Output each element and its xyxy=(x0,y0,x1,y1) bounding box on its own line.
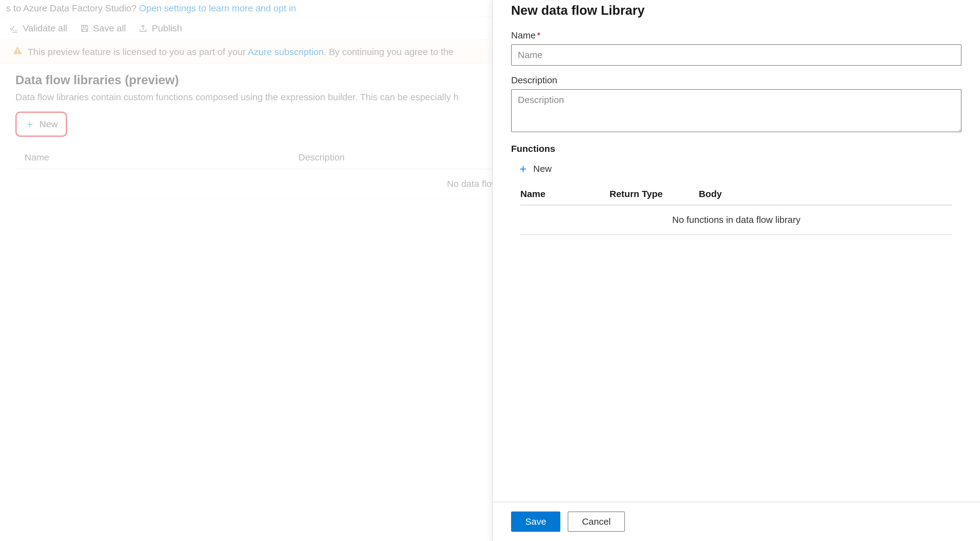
description-input[interactable] xyxy=(511,89,961,132)
name-input[interactable] xyxy=(511,44,961,66)
required-indicator: * xyxy=(537,30,541,40)
name-field: Name* xyxy=(511,30,961,66)
fcol-header-return: Return Type xyxy=(609,189,699,199)
publish-button[interactable]: Publish xyxy=(138,23,182,33)
opt-in-banner-text: s to Azure Data Factory Studio? xyxy=(6,3,139,13)
functions-table: Name Return Type Body No functions in da… xyxy=(511,183,961,235)
new-library-label: New xyxy=(40,119,58,129)
col-header-name: Name xyxy=(15,152,299,163)
cancel-button[interactable]: Cancel xyxy=(568,511,625,532)
fcol-header-body: Body xyxy=(699,189,952,199)
preview-notice-suffix: . By continuing you agree to the xyxy=(324,47,453,57)
fcol-header-name: Name xyxy=(520,189,609,199)
add-function-button[interactable]: ＋ New xyxy=(511,158,558,179)
add-function-label: New xyxy=(533,163,552,174)
plus-icon: ＋ xyxy=(25,117,35,131)
upload-icon xyxy=(138,23,148,33)
opt-in-link[interactable]: Open settings to learn more and opt in xyxy=(139,3,296,13)
save-button[interactable]: Save xyxy=(511,511,560,532)
svg-rect-1 xyxy=(17,52,18,54)
description-field: Description xyxy=(511,75,961,134)
publish-label: Publish xyxy=(152,23,182,33)
functions-label: Functions xyxy=(511,144,961,154)
name-label: Name* xyxy=(511,30,961,41)
new-library-panel: New data flow Library Name* Description … xyxy=(492,0,980,541)
azure-subscription-link[interactable]: Azure subscription xyxy=(248,47,324,57)
preview-notice-prefix: This preview feature is licensed to you … xyxy=(28,47,248,57)
warning-icon xyxy=(12,46,23,58)
checkmark-list-icon xyxy=(9,23,19,33)
validate-all-label: Validate all xyxy=(23,23,67,33)
new-library-button[interactable]: ＋ New xyxy=(15,111,67,137)
svg-rect-0 xyxy=(17,49,18,52)
plus-icon: ＋ xyxy=(517,161,529,176)
functions-table-header: Name Return Type Body xyxy=(520,183,952,205)
save-all-label: Save all xyxy=(93,23,126,33)
description-label: Description xyxy=(511,75,961,86)
panel-title: New data flow Library xyxy=(511,3,961,18)
save-all-button[interactable]: Save all xyxy=(80,23,126,33)
save-icon xyxy=(80,23,89,33)
functions-empty-message: No functions in data flow library xyxy=(520,205,952,235)
validate-all-button[interactable]: Validate all xyxy=(9,23,67,33)
panel-footer: Save Cancel xyxy=(493,502,980,541)
functions-section: Functions ＋ New Name Return Type Body No… xyxy=(511,144,961,235)
